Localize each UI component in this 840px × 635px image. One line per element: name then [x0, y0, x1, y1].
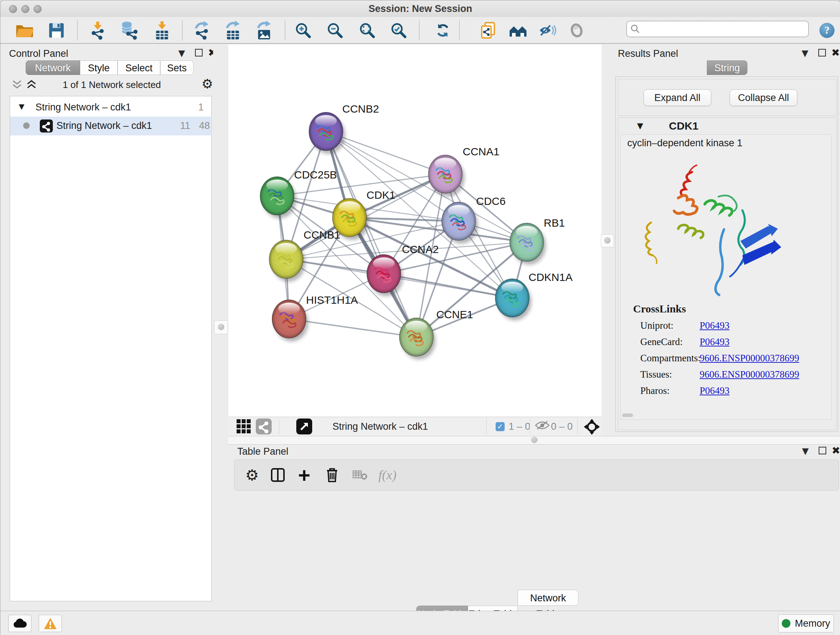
save-session-button[interactable] — [45, 20, 68, 41]
grid-view-icon[interactable] — [236, 419, 251, 435]
function-builder-icon[interactable]: f(x) — [378, 465, 396, 485]
expand-all-button[interactable]: Expand All — [644, 89, 711, 106]
network-node-CCNE1[interactable]: CCNE1 — [399, 309, 473, 359]
birds-eye-view-button[interactable] — [565, 20, 588, 41]
clone-network-button[interactable] — [477, 20, 500, 41]
search-input[interactable] — [640, 24, 797, 35]
open-session-button[interactable] — [13, 20, 36, 41]
minimize-window-icon[interactable] — [21, 5, 29, 13]
collapse-all-networks-icon[interactable] — [12, 80, 22, 90]
splitter-handle[interactable] — [531, 437, 538, 443]
zoom-in-button[interactable] — [292, 20, 314, 41]
help-button[interactable]: ? — [816, 20, 838, 41]
share-view-icon[interactable] — [256, 418, 272, 434]
collection-expand-icon[interactable]: ▼ — [19, 102, 24, 111]
collapse-all-button[interactable]: Collapse All — [729, 89, 797, 106]
delete-table-icon[interactable] — [352, 465, 368, 485]
export-table-button[interactable] — [222, 20, 244, 41]
refresh-button[interactable] — [431, 20, 454, 41]
network-canvas[interactable]: CCNB2CCNA1CDC25BCDC6CDK1RB1CCNB1CCNA2CDK… — [228, 44, 602, 417]
network-graph[interactable]: CCNB2CCNA1CDC25BCDC6CDK1RB1CCNB1CCNA2CDK… — [228, 44, 602, 417]
network-row-selected[interactable]: String Network – cdk1 11 48 — [10, 117, 211, 135]
network-node-CDC6[interactable]: CDC6 — [442, 195, 506, 244]
maximize-panel-icon[interactable] — [818, 49, 826, 57]
crosslink-link[interactable]: 9606.ENSP00000378699 — [699, 353, 799, 364]
crosslink-label: Pharos: — [640, 385, 669, 396]
svg-text:?: ? — [824, 24, 830, 36]
float-panel-icon[interactable]: ▼ — [178, 48, 185, 58]
zoom-fit-button[interactable] — [356, 20, 378, 41]
import-table-icon — [153, 21, 171, 40]
close-window-icon[interactable] — [9, 5, 17, 13]
crosslink-link[interactable]: P06493 — [699, 385, 729, 396]
zoom-out-button[interactable] — [324, 20, 346, 41]
tab-select[interactable]: Select — [118, 60, 160, 75]
float-panel-icon[interactable]: ▼ — [802, 48, 808, 58]
toolbar-separator — [285, 21, 286, 40]
network-collection-row[interactable]: ▼ String Network – cdk1 1 — [10, 99, 211, 117]
splitter-handle[interactable] — [601, 234, 614, 247]
navigate-crosshair-icon[interactable] — [584, 418, 600, 437]
maximize-panel-icon[interactable] — [819, 447, 826, 454]
crosslink-link[interactable]: P06493 — [699, 320, 729, 331]
network-view-toolbar: String Network – cdk1 ✓ 1 – 0 0 – 0 — [228, 417, 602, 437]
network-node-CDK1[interactable]: CDK1 — [332, 189, 395, 240]
network-node-HIST1H1A[interactable]: HIST1H1A — [272, 294, 358, 341]
export-network-button[interactable] — [191, 20, 213, 41]
export-image-button[interactable] — [253, 20, 275, 41]
add-column-icon[interactable]: + — [298, 465, 310, 485]
network-list: ▼ String Network – cdk1 1 String Network… — [10, 96, 212, 601]
gene-collapse-icon[interactable]: ▼ — [637, 121, 643, 130]
toolbar-separator — [182, 21, 183, 40]
houses-icon — [509, 24, 527, 37]
zoom-in-icon — [295, 22, 311, 39]
zoom-selected-button[interactable] — [387, 20, 410, 41]
results-hscrollbar[interactable] — [622, 413, 633, 417]
import-network-file-button[interactable] — [87, 20, 109, 41]
close-panel-icon[interactable]: ✖ — [832, 445, 840, 456]
tab-string[interactable]: String — [707, 60, 747, 75]
zoom-window-icon[interactable] — [34, 5, 42, 13]
warnings-button[interactable] — [39, 615, 62, 632]
selected-checkbox-icon[interactable]: ✓ — [496, 422, 505, 431]
hide-graphics-details-button[interactable] — [537, 20, 559, 41]
memory-button[interactable]: Memory — [778, 614, 834, 632]
detach-view-icon[interactable] — [296, 418, 312, 434]
control-panel: Control Panel ▼ ✖ NetworkStyleSelectSets… — [3, 44, 213, 603]
node-label-CCNA1: CCNA1 — [463, 146, 500, 157]
tab-network-table[interactable]: Network Table — [518, 590, 578, 606]
network-options-gear-icon[interactable]: ⚙ — [202, 76, 213, 91]
automation-cloud-button[interactable] — [8, 615, 32, 632]
float-panel-icon[interactable]: ▼ — [802, 446, 808, 456]
delete-column-trash-icon[interactable] — [325, 465, 339, 485]
node-label-CDK1: CDK1 — [366, 189, 395, 201]
maximize-panel-icon[interactable] — [195, 49, 202, 57]
gene-description: cyclin–dependent kinase 1 — [627, 138, 742, 149]
network-node-RB1[interactable]: RB1 — [510, 217, 565, 264]
search-field[interactable] — [626, 21, 809, 37]
import-table-button[interactable] — [151, 20, 173, 41]
network-selection-status: 1 of 1 Network selected — [47, 79, 177, 90]
crosslink-link[interactable]: P06493 — [699, 336, 729, 348]
network-edge-CCNA2-CDKN1A[interactable] — [384, 274, 512, 298]
first-neighbors-button[interactable] — [507, 20, 529, 41]
crosslink-link[interactable]: 9606.ENSP00000378699 — [699, 369, 799, 380]
tab-sets[interactable]: Sets — [160, 60, 194, 75]
hidden-eye-slash-icon[interactable] — [535, 420, 549, 432]
help-icon: ? — [819, 22, 835, 39]
node-label-CDC6: CDC6 — [476, 195, 506, 207]
splitter-handle[interactable] — [214, 320, 228, 334]
network-node-CDKN1A[interactable]: CDKN1A — [495, 271, 573, 320]
right-splitter[interactable] — [602, 44, 614, 436]
show-columns-icon[interactable] — [271, 465, 285, 485]
control-panel-title: Control Panel — [9, 48, 68, 59]
tab-network[interactable]: Network — [26, 60, 80, 75]
bottom-splitter[interactable] — [228, 436, 840, 445]
expand-all-networks-icon[interactable] — [27, 80, 36, 90]
left-splitter[interactable] — [213, 44, 228, 603]
node-label-HIST1H1A: HIST1H1A — [306, 294, 358, 306]
tab-style[interactable]: Style — [80, 60, 118, 75]
import-network-database-button[interactable] — [118, 20, 141, 41]
table-settings-gear-icon[interactable]: ⚙ — [245, 465, 259, 485]
close-panel-icon[interactable]: ✖ — [831, 47, 840, 59]
